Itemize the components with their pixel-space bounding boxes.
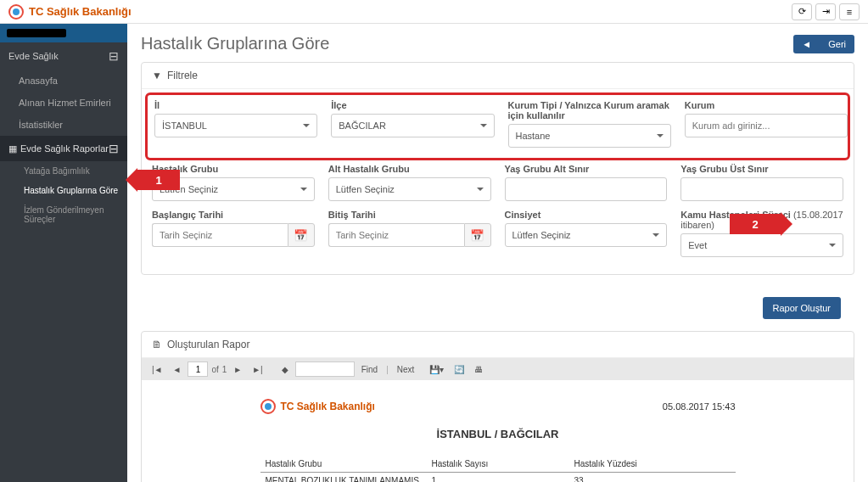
filter-panel-header: ▼ Filtrele [142,63,854,89]
kamu-select[interactable]: Evet [680,233,843,257]
back-arrow-button[interactable]: ◄ [793,35,820,53]
stop-button[interactable]: ◆ [278,363,292,376]
print-button[interactable]: 🖶 [471,363,486,376]
main-content: Hastalık Gruplarına Göre ◄ Geri ▼ Filtre… [127,24,868,482]
report-logo-text: TC Sağlık Bakanlığı [281,401,375,412]
page-input[interactable] [188,362,208,377]
refresh-report-button[interactable]: 🔄 [451,363,468,376]
prev-page-button[interactable]: ◄ [170,363,185,376]
baslangic-input[interactable] [152,223,288,247]
bitis-input[interactable] [328,223,464,247]
sidebar-subitem-yataga[interactable]: Yatağa Bağımlılık [0,161,127,181]
back-button-group: ◄ Geri [793,35,854,53]
report-panel: 🗎 Oluşturulan Rapor |◄ ◄ of 1 ► ►| ◆ Fin… [141,331,854,482]
report-action-row: Rapor Oluştur [141,287,854,319]
filter-kurum-tipi: Kurum Tipi / Yalnızca Kurum aramak için … [508,100,671,148]
logo-icon [260,399,276,414]
next-page-button[interactable]: ► [230,363,245,376]
filter-baslangic: Başlangıç Tarihi 📅 [152,210,315,257]
alt-hastalik-label: Alt Hastalık Grubu [328,164,491,174]
first-page-button[interactable]: |◄ [148,363,166,376]
filter-yas-ust: Yaş Grubu Üst Sınır [680,164,843,201]
kurum-input[interactable] [685,114,848,137]
sidebar-subitem-izlem[interactable]: İzlem Gönderilmeyen Süreçler [0,200,127,229]
rapor-olustur-button[interactable]: Rapor Oluştur [763,297,841,319]
arrow-2-label: 2 [730,214,781,234]
table-row: MENTAL BOZUKLUK TANIMLANMAMIŞ 1 33 [260,473,736,483]
sidebar-section-label: Evde Sağlık [8,51,59,61]
filter-icon: ▼ [152,70,162,81]
report-table: Hastalık Grubu Hastalık Sayısı Hastalık … [260,456,736,482]
back-button[interactable]: Geri [820,35,854,53]
filter-cinsiyet: Cinsiyet Lütfen Seçiniz [505,210,668,257]
annotation-arrow-1: 1 [126,168,180,192]
page-header: Hastalık Gruplarına Göre ◄ Geri [141,34,854,53]
kurum-label: Kurum [685,100,848,110]
sidebar-user [0,24,127,42]
report-toolbar: |◄ ◄ of 1 ► ►| ◆ Find | Next 💾▾ 🔄 🖶 [142,358,854,380]
annotation-arrow-2: 2 [730,212,792,236]
sidebar-item-anasayfa[interactable]: Anasayfa [0,70,127,92]
yas-ust-label: Yaş Grubu Üst Sınır [680,164,843,174]
total-pages: 1 [222,365,227,374]
kurum-tipi-label: Kurum Tipi / Yalnızca Kurum aramak için … [508,100,671,120]
table-header-row: Hastalık Grubu Hastalık Sayısı Hastalık … [260,456,736,473]
sidebar-subitem-hastalik-gruplarina[interactable]: Hastalık Gruplarına Göre [0,181,127,200]
bitis-label: Bitiş Tarihi [328,210,491,220]
filter-panel: ▼ Filtrele İl İSTANBUL İlçe BAĞCILAR [141,62,854,275]
report-location-title: İSTANBUL / BAĞCILAR [260,428,736,440]
cinsiyet-select[interactable]: Lütfen Seçiniz [505,223,668,247]
col-hastalik-yuzdesi: Hastalık Yüzdesi [569,456,736,473]
kurum-tipi-select[interactable]: Hastane [508,124,671,148]
filter-yas-alt: Yaş Grubu Alt Sınır [505,164,668,201]
topbar-actions: ⟳ ⇥ ≡ [792,3,860,20]
document-icon: 🗎 [152,339,162,350]
user-name-redacted [7,29,66,37]
filter-body: İl İSTANBUL İlçe BAĞCILAR Kurum Tipi / Y… [142,89,854,274]
report-logo: TC Sağlık Bakanlığı [260,399,375,414]
cell-percent: 33 [569,473,736,483]
highlighted-filter-row: İl İSTANBUL İlçe BAĞCILAR Kurum Tipi / Y… [145,92,850,160]
export-button[interactable]: 💾▾ [426,363,447,376]
yas-alt-label: Yaş Grubu Alt Sınır [505,164,668,174]
sidebar-section-evde-saglik[interactable]: Evde Sağlık ⊟ [0,42,127,70]
yas-ust-input[interactable] [680,177,843,201]
report-title-label: Oluşturulan Rapor [167,339,249,350]
sidebar-item-alinan-hizmet[interactable]: Alınan Hizmet Emirleri [0,92,127,114]
baslangic-label: Başlangıç Tarihi [152,210,315,220]
collapse-icon: ⊟ [109,142,119,155]
alt-hastalik-select[interactable]: Lütfen Seçiniz [328,177,491,201]
ilce-select[interactable]: BAĞCILAR [331,114,494,137]
calendar-icon: 📅 [470,229,484,242]
il-label: İl [154,100,317,110]
cinsiyet-label: Cinsiyet [505,210,668,220]
arrow-1-label: 1 [137,170,180,190]
menu-button[interactable]: ≡ [839,3,860,20]
refresh-button[interactable]: ⟳ [792,3,812,20]
search-input[interactable] [295,362,355,377]
report-panel-header: 🗎 Oluşturulan Rapor [142,332,854,358]
sidebar-subsection-label: Evde Sağlık Raporlar [20,143,109,154]
find-next-button[interactable]: Next [394,363,418,376]
report-date: 05.08.2017 15:43 [663,401,736,412]
last-page-button[interactable]: ►| [249,363,266,376]
filter-kurum: Kurum [685,100,848,148]
logout-button[interactable]: ⇥ [815,3,836,20]
of-label: of [211,365,218,374]
cell-group: MENTAL BOZUKLUK TANIMLANMAMIŞ [260,473,427,483]
col-hastalik-sayisi: Hastalık Sayısı [427,456,569,473]
report-content: TC Sağlık Bakanlığı 05.08.2017 15:43 İST… [142,380,854,482]
baslangic-calendar-button[interactable]: 📅 [288,223,315,247]
col-hastalik-grubu: Hastalık Grubu [260,456,427,473]
yas-alt-input[interactable] [505,177,668,201]
sidebar-subsection-raporlar[interactable]: ▦Evde Sağlık Raporlar ⊟ [0,136,127,161]
ilce-label: İlçe [331,100,494,110]
find-button[interactable]: Find [358,363,381,376]
sidebar-item-istatistikler[interactable]: İstatistikler [0,114,127,136]
filter-alt-hastalik: Alt Hastalık Grubu Lütfen Seçiniz [328,164,491,201]
topbar: TC Sağlık Bakanlığı ⟳ ⇥ ≡ [0,0,868,24]
filter-bitis: Bitiş Tarihi 📅 [328,210,491,257]
il-select[interactable]: İSTANBUL [154,114,317,137]
bitis-calendar-button[interactable]: 📅 [464,223,491,247]
filter-ilce: İlçe BAĞCILAR [331,100,494,148]
